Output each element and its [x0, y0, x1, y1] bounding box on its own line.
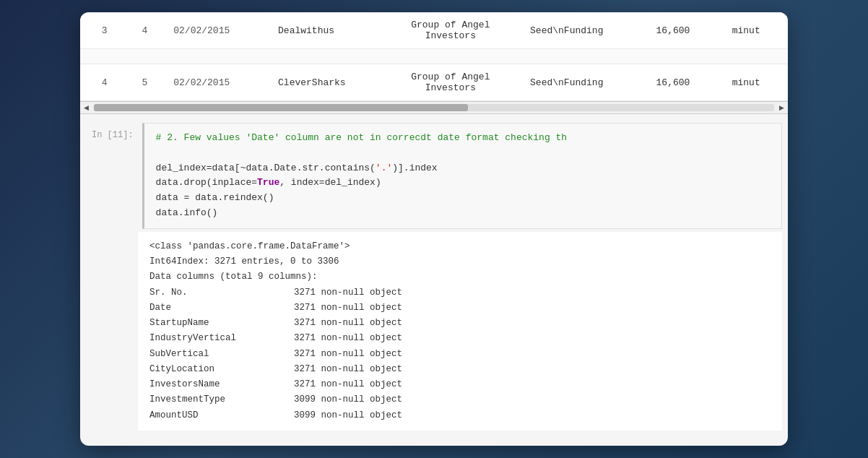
extra-spacer: [719, 49, 788, 64]
comment-text: # 2. Few values 'Date' column are not in…: [156, 132, 568, 143]
horizontal-scrollbar[interactable]: ◀ ▶: [80, 101, 788, 114]
scroll-thumb[interactable]: [94, 104, 468, 111]
date-1: 02/02/2015: [160, 12, 265, 49]
col-label-investment-type: InvestmentType: [149, 392, 294, 407]
output-section: <class 'pandas.core.frame.DataFrame'> In…: [138, 232, 782, 431]
investors-1: Group of AngelInvestors: [384, 12, 517, 49]
code-line-info: data.info(): [156, 206, 770, 221]
col-value-amount: 3099 non-null object: [294, 408, 402, 423]
code-normal-2: )].index: [392, 163, 437, 173]
output-col-subvertical: SubVertical 3271 non-null object: [149, 347, 771, 362]
extra-1: minut: [719, 12, 788, 49]
col-label-sr: Sr. No.: [149, 285, 294, 301]
code-line-drop: data.drop(inplace=True, index=del_index): [156, 176, 770, 191]
code-line-reindex: data = data.reindex(): [156, 191, 770, 206]
investors-2: Group of AngelInvestors: [384, 64, 517, 101]
output-line-1: <class 'pandas.core.frame.DataFrame'>: [149, 239, 771, 254]
output-line-3: Data columns (total 9 columns):: [149, 269, 771, 285]
table-row: [80, 49, 788, 64]
col-value-investors: 3271 non-null object: [294, 377, 402, 392]
output-col-startup: StartupName 3271 non-null object: [149, 316, 771, 331]
col-label-subvertical: SubVertical: [149, 347, 294, 362]
output-col-amount: AmountUSD 3099 non-null object: [149, 408, 771, 423]
startup-spacer: [265, 49, 384, 64]
sr-no-2: 5: [121, 64, 161, 101]
code-line-comment: # 2. Few values 'Date' column are not in…: [156, 131, 770, 146]
col-label-investors: InvestorsName: [149, 377, 294, 392]
cell-section: In [11]: # 2. Few values 'Date' column a…: [80, 114, 788, 436]
output-col-investors: InvestorsName 3271 non-null object: [149, 377, 771, 392]
code-cell-11: In [11]: # 2. Few values 'Date' column a…: [80, 123, 788, 229]
amount-1: 16,600: [643, 12, 719, 49]
code-keyword-true: True: [257, 177, 279, 188]
col-value-industry: 3271 non-null object: [294, 331, 402, 346]
col-label-industry: IndustryVertical: [149, 331, 294, 346]
investment-type-2: Seed\nFunding: [517, 64, 643, 101]
startup-1: Dealwithus: [265, 12, 384, 49]
investment-type-1: Seed\nFunding: [517, 12, 643, 49]
col-label-startup: StartupName: [149, 316, 294, 331]
code-drop-normal: data.drop(inplace=: [156, 177, 257, 188]
output-col-date: Date 3271 non-null object: [149, 301, 771, 316]
code-reindex: data = data.reindex(): [156, 192, 274, 203]
col-value-investment-type: 3099 non-null object: [294, 392, 402, 407]
code-drop-normal-2: , index=del_index): [279, 177, 381, 188]
sr-no-1: 4: [121, 12, 161, 49]
col-value-date: 3271 non-null object: [294, 301, 402, 316]
date-2: 02/02/2015: [160, 64, 265, 101]
investment-spacer: [517, 49, 643, 64]
col-value-city: 3271 non-null object: [294, 362, 402, 377]
col-value-sr: 3271 non-null object: [294, 285, 402, 301]
output-line-2: Int64Index: 3271 entries, 0 to 3306: [149, 254, 771, 269]
amount-spacer: [643, 49, 719, 64]
output-col-investment-type: InvestmentType 3099 non-null object: [149, 392, 771, 407]
scroll-left-arrow[interactable]: ◀: [80, 104, 92, 111]
scroll-track[interactable]: [94, 104, 774, 111]
investors-spacer: [384, 49, 517, 64]
sr-no-spacer: [121, 49, 161, 64]
col-label-date: Date: [149, 301, 294, 316]
output-col-industry: IndustryVertical 3271 non-null object: [149, 331, 771, 346]
notebook-container: 3 4 02/02/2015 Dealwithus Group of Angel…: [80, 12, 788, 446]
code-block[interactable]: # 2. Few values 'Date' column are not in…: [142, 123, 782, 229]
startup-2: CleverSharks: [265, 64, 384, 101]
output-col-sr: Sr. No. 3271 non-null object: [149, 285, 771, 301]
table-row: 3 4 02/02/2015 Dealwithus Group of Angel…: [80, 12, 788, 49]
code-normal: del_index=data[~data.Date.str.contains(: [156, 163, 376, 173]
cell-label: In [11]:: [80, 123, 142, 146]
amount-2: 16,600: [643, 64, 719, 101]
row-index-1: 3: [80, 12, 121, 49]
col-value-subvertical: 3271 non-null object: [294, 347, 402, 362]
code-info: data.info(): [156, 207, 218, 218]
col-label-city: CityLocation: [149, 362, 294, 377]
data-table: 3 4 02/02/2015 Dealwithus Group of Angel…: [80, 12, 788, 101]
row-index-3: 4: [80, 64, 121, 101]
col-value-startup: 3271 non-null object: [294, 316, 402, 331]
scroll-right-arrow[interactable]: ▶: [776, 104, 788, 111]
col-label-amount: AmountUSD: [149, 408, 294, 423]
code-string: '.': [376, 163, 392, 173]
extra-2: minut: [719, 64, 788, 101]
output-col-city: CityLocation 3271 non-null object: [149, 362, 771, 377]
table-section: 3 4 02/02/2015 Dealwithus Group of Angel…: [80, 12, 788, 114]
code-line-del-index: del_index=data[~data.Date.str.contains('…: [156, 161, 770, 176]
row-index-2: [80, 49, 121, 64]
code-line-blank: [156, 146, 770, 161]
date-spacer: [160, 49, 265, 64]
table-row: 4 5 02/02/2015 CleverSharks Group of Ang…: [80, 64, 788, 101]
